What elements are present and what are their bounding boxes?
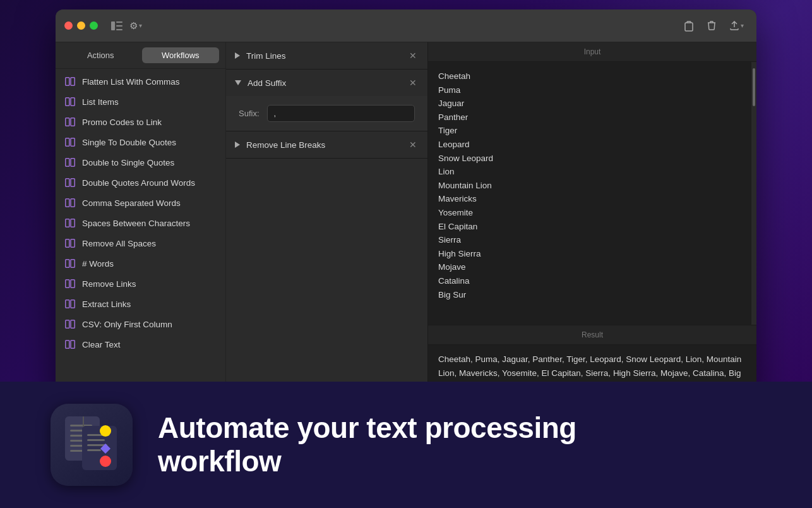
- step-close-remove-line-breaks[interactable]: ✕: [407, 139, 419, 150]
- action-icon-list-items: [64, 96, 76, 107]
- input-line: Leopard: [438, 138, 746, 152]
- right-panel: Input CheetahPumaJaguarPantherTigerLeopa…: [428, 42, 756, 401]
- trash-button[interactable]: [703, 17, 720, 35]
- step-header-remove-line-breaks[interactable]: Remove Line Breaks ✕: [226, 131, 427, 158]
- input-line: Mojave: [438, 260, 746, 274]
- action-label-double-quotes-around: Double Quotes Around Words: [82, 178, 195, 188]
- input-line: Yosemite: [438, 206, 746, 220]
- clipboard-button[interactable]: [680, 17, 698, 35]
- action-item-list-items[interactable]: List Items: [56, 92, 225, 112]
- svg-rect-12: [71, 138, 75, 147]
- input-line: Snow Leopard: [438, 152, 746, 166]
- action-item-flatten-list[interactable]: Flatten List With Commas: [56, 71, 225, 92]
- action-icon-csv-first-col: [64, 318, 76, 330]
- tab-actions[interactable]: Actions: [62, 47, 140, 63]
- svg-rect-1: [116, 21, 122, 23]
- svg-rect-19: [66, 219, 69, 227]
- action-item-remove-links[interactable]: Remove Links: [56, 274, 225, 294]
- svg-rect-2: [116, 25, 122, 27]
- input-line: Panther: [438, 111, 746, 124]
- action-item-clear-text[interactable]: Clear Text: [56, 334, 225, 354]
- input-line: High Sierra: [438, 247, 746, 261]
- step-expand-icon: [235, 52, 240, 59]
- action-item-csv-first-col[interactable]: CSV: Only First Column: [56, 314, 225, 334]
- step-header-trim-lines[interactable]: Trim Lines ✕: [226, 42, 427, 69]
- input-line: Cheetah: [438, 70, 746, 83]
- action-item-double-to-single[interactable]: Double to Single Quotes: [56, 152, 225, 172]
- svg-rect-26: [71, 280, 75, 288]
- suffix-input[interactable]: [267, 105, 415, 122]
- svg-rect-30: [71, 320, 75, 329]
- action-item-extract-links[interactable]: Extract Links: [56, 294, 225, 314]
- input-area[interactable]: CheetahPumaJaguarPantherTigerLeopardSnow…: [428, 62, 756, 325]
- input-line: Jaguar: [438, 97, 746, 111]
- svg-rect-0: [111, 21, 115, 30]
- svg-rect-18: [71, 199, 75, 207]
- action-icon-flatten-list: [64, 76, 76, 87]
- action-label-comma-separated: Comma Separated Words: [82, 198, 181, 208]
- action-item-comma-separated[interactable]: Comma Separated Words: [56, 193, 225, 213]
- svg-rect-14: [71, 159, 75, 167]
- fullscreen-button[interactable]: [90, 21, 98, 30]
- action-icon-double-to-single: [64, 157, 76, 168]
- step-collapse-icon: [235, 80, 241, 85]
- workflow-step-add-suffix: Add Suffix ✕ Sufix:: [226, 70, 427, 131]
- promo-text-container: Automate your text processing workflow: [158, 411, 576, 478]
- svg-rect-22: [71, 239, 75, 248]
- input-line: Sierra: [438, 233, 746, 247]
- share-chevron-icon: ▾: [741, 22, 744, 29]
- scrollbar-thumb[interactable]: [753, 68, 755, 106]
- step-title-add-suffix: Add Suffix: [248, 78, 401, 88]
- gear-button[interactable]: ⚙ ▾: [126, 18, 146, 34]
- close-button[interactable]: [64, 21, 73, 30]
- suffix-label: Sufix:: [239, 109, 260, 118]
- main-content: Actions Workflows Flatten List With Comm…: [56, 42, 756, 401]
- promo-headline: Automate your text processing: [158, 411, 576, 445]
- action-label-words: # Words: [82, 259, 114, 269]
- svg-rect-47: [87, 449, 101, 451]
- action-label-clear-text: Clear Text: [82, 340, 121, 349]
- action-item-single-to-double[interactable]: Single To Double Quotes: [56, 132, 225, 152]
- action-item-promo-codes[interactable]: Promo Codes to Link: [56, 112, 225, 132]
- svg-rect-31: [66, 341, 69, 349]
- step-header-add-suffix[interactable]: Add Suffix ✕: [226, 70, 427, 96]
- svg-rect-17: [66, 199, 69, 207]
- step-close-trim-lines[interactable]: ✕: [407, 50, 419, 61]
- svg-rect-20: [71, 219, 75, 227]
- input-section: Input CheetahPumaJaguarPantherTigerLeopa…: [428, 42, 756, 325]
- promo-headline-2: workflow: [158, 445, 576, 478]
- minimize-button[interactable]: [77, 21, 85, 30]
- input-line: Tiger: [438, 124, 746, 138]
- action-label-single-to-double: Single To Double Quotes: [82, 138, 176, 147]
- tab-workflows[interactable]: Workflows: [142, 47, 220, 63]
- app-window: ⚙ ▾ ▾: [56, 9, 756, 401]
- action-item-spaces-between[interactable]: Spaces Between Characters: [56, 213, 225, 233]
- traffic-lights: [64, 21, 98, 30]
- svg-rect-45: [87, 439, 105, 441]
- input-line: Mavericks: [438, 192, 746, 206]
- svg-rect-28: [71, 300, 75, 308]
- share-button[interactable]: ▾: [725, 18, 748, 33]
- action-label-spaces-between: Spaces Between Characters: [82, 219, 190, 228]
- workflow-step-remove-line-breaks: Remove Line Breaks ✕: [226, 131, 427, 159]
- svg-point-50: [100, 456, 111, 467]
- input-line: Big Sur: [438, 288, 746, 302]
- actions-list: Flatten List With Commas List Items Prom…: [56, 69, 225, 401]
- scrollbar-track[interactable]: [751, 62, 756, 325]
- step-close-add-suffix[interactable]: ✕: [407, 77, 419, 88]
- step-expand-icon-2: [235, 142, 240, 148]
- action-icon-spaces-between: [64, 217, 76, 229]
- input-line: Lion: [438, 165, 746, 179]
- action-item-double-quotes-around[interactable]: Double Quotes Around Words: [56, 172, 225, 193]
- workflow-panel: Trim Lines ✕ Add Suffix ✕ Sufix:: [226, 42, 428, 401]
- sidebar-toggle-button[interactable]: [108, 17, 126, 35]
- action-icon-single-to-double: [64, 136, 76, 148]
- action-icon-extract-links: [64, 298, 76, 310]
- action-icon-clear-text: [64, 339, 76, 350]
- gear-icon: ⚙: [129, 20, 138, 32]
- action-item-remove-spaces[interactable]: Remove All Spaces: [56, 233, 225, 253]
- step-content-add-suffix: Sufix:: [226, 96, 427, 131]
- action-icon-remove-spaces: [64, 238, 76, 249]
- left-sidebar: Actions Workflows Flatten List With Comm…: [56, 42, 226, 401]
- action-item-words[interactable]: # Words: [56, 253, 225, 274]
